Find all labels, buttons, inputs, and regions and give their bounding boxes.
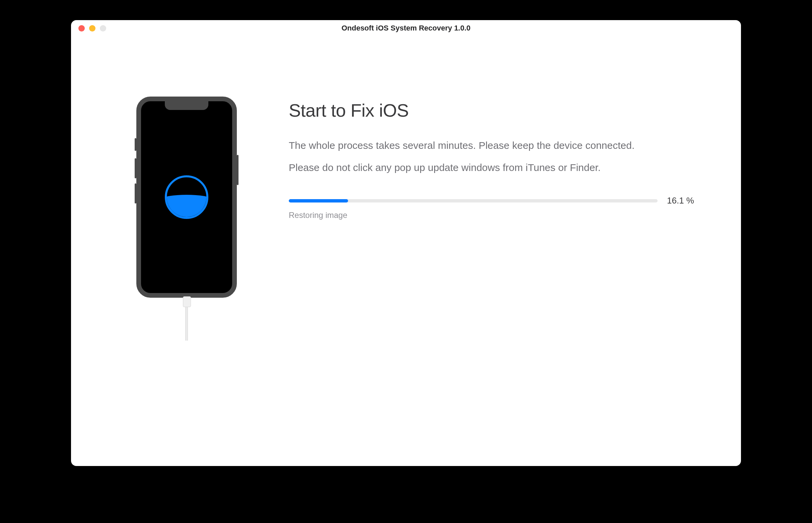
minimize-window-button[interactable] <box>89 25 95 32</box>
phone-side-button-icon <box>237 155 239 185</box>
page-heading: Start to Fix iOS <box>289 100 694 121</box>
description-primary: The whole process takes several minutes.… <box>289 138 694 153</box>
main-column: Start to Fix iOS The whole process takes… <box>289 93 707 298</box>
device-illustration <box>136 96 237 298</box>
progress-bar <box>289 199 658 202</box>
content: Start to Fix iOS The whole process takes… <box>71 36 741 298</box>
phone-icon <box>136 96 237 298</box>
zoom-window-button[interactable] <box>100 25 106 32</box>
app-window: Ondesoft iOS System Recovery 1.0.0 Start… <box>71 20 741 466</box>
progress-area: 16.1 % <box>289 196 694 206</box>
description-secondary: Please do not click any pop up update wi… <box>289 160 694 175</box>
loading-wave-icon <box>165 175 208 219</box>
titlebar: Ondesoft iOS System Recovery 1.0.0 <box>71 20 741 36</box>
window-title: Ondesoft iOS System Recovery 1.0.0 <box>71 24 741 33</box>
phone-mute-switch-icon <box>135 138 136 151</box>
progress-percent-label: 16.1 % <box>667 196 694 206</box>
cable-icon <box>183 296 190 340</box>
progress-status-label: Restoring image <box>289 211 694 220</box>
phone-volume-down-icon <box>135 183 136 203</box>
close-window-button[interactable] <box>78 25 85 32</box>
progress-fill <box>289 199 348 202</box>
cable-plug-icon <box>183 296 191 307</box>
cable-wire-icon <box>185 307 188 341</box>
traffic-lights <box>71 25 106 32</box>
phone-volume-up-icon <box>135 158 136 178</box>
device-column <box>105 93 269 298</box>
